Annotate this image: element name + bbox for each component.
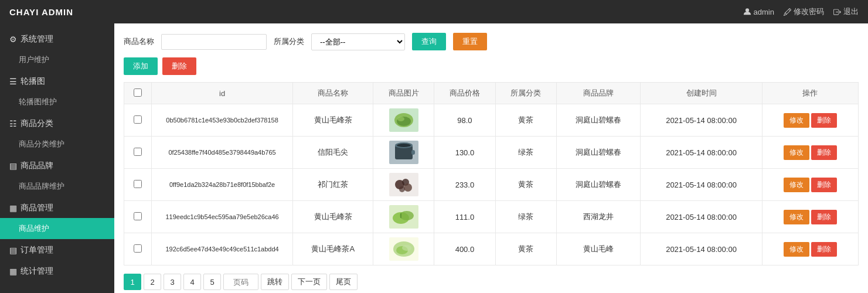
row-brand: 洞庭山碧螺春	[556, 104, 640, 137]
order-icon: ▤	[9, 246, 17, 255]
row-checkbox[interactable]	[134, 180, 142, 188]
row-image	[373, 137, 434, 169]
row-image	[373, 169, 434, 201]
row-brand: 西湖龙井	[556, 201, 640, 233]
add-button[interactable]: 添加	[124, 57, 158, 75]
sidebar-group-carousel[interactable]: ☰ 轮播图	[0, 70, 114, 91]
row-created: 2021-05-14 08:00:00	[641, 137, 763, 169]
page-3-button[interactable]: 3	[164, 274, 181, 290]
row-checkbox[interactable]	[134, 244, 142, 253]
sidebar-group-stats[interactable]: ▦ 统计管理	[0, 260, 114, 281]
product-name-label: 商品名称	[124, 36, 154, 47]
reset-button[interactable]: 重置	[453, 33, 487, 50]
delete-row-button[interactable]: 删除	[811, 178, 837, 192]
delete-row-button[interactable]: 删除	[811, 113, 837, 128]
row-category: 黄茶	[495, 104, 556, 137]
row-actions: 修改 删除	[762, 137, 858, 169]
next-page-button[interactable]: 下一页	[291, 274, 327, 290]
select-all-checkbox[interactable]	[134, 88, 142, 97]
logout-link[interactable]: 退出	[833, 6, 859, 17]
page-number-input[interactable]	[223, 274, 258, 290]
table-row: 0f25438ffe7f40d485e3798449a4b765 信阳毛尖 13…	[124, 137, 859, 169]
row-category: 黄茶	[495, 169, 556, 201]
edit-button[interactable]: 修改	[784, 242, 809, 257]
row-name: 黄山毛峰茶	[293, 201, 373, 233]
row-actions: 修改 删除	[762, 233, 858, 265]
edit-button[interactable]: 修改	[784, 210, 809, 224]
gear-icon: ⚙	[9, 35, 17, 44]
action-bar: 添加 删除	[124, 57, 859, 75]
row-checkbox-cell	[124, 137, 152, 169]
change-password-link[interactable]: 修改密码	[784, 6, 824, 17]
col-created: 创建时间	[641, 83, 763, 104]
tag-icon: ☷	[9, 119, 17, 128]
query-button[interactable]: 查询	[412, 33, 446, 50]
row-id: 0ff9e1da2b324a28b71e8f0f15bbaf2e	[151, 169, 293, 201]
page-5-button[interactable]: 5	[203, 274, 221, 290]
sidebar-item-category[interactable]: 商品分类维护	[0, 134, 114, 155]
product-name-input[interactable]	[161, 34, 267, 50]
delete-row-button[interactable]: 删除	[811, 145, 837, 160]
col-price: 商品价格	[434, 83, 495, 104]
row-name: 黄山毛峰茶	[293, 104, 373, 137]
row-actions: 修改 删除	[762, 169, 858, 201]
row-checkbox-cell	[124, 104, 152, 137]
row-price: 98.0	[434, 104, 495, 137]
sidebar-item-user[interactable]: 用户维护	[0, 49, 114, 70]
last-page-button[interactable]: 尾页	[329, 274, 358, 290]
category-select[interactable]: --全部--	[311, 33, 405, 50]
sidebar-group-brand[interactable]: ▤ 商品品牌	[0, 155, 114, 176]
row-checkbox-cell	[124, 169, 152, 201]
row-checkbox[interactable]	[134, 148, 142, 156]
image-icon: ☰	[9, 77, 17, 86]
sidebar-group-goods[interactable]: ▦ 商品管理	[0, 197, 114, 218]
col-brand: 商品品牌	[556, 83, 640, 104]
svg-point-8	[397, 144, 411, 147]
row-id: 0f25438ffe7f40d485e3798449a4b765	[151, 137, 293, 169]
row-price: 130.0	[434, 137, 495, 169]
row-category: 绿茶	[495, 201, 556, 233]
row-image	[373, 233, 434, 265]
edit-button[interactable]: 修改	[784, 178, 809, 192]
category-label: 所属分类	[274, 36, 304, 47]
row-created: 2021-05-14 08:00:00	[641, 201, 763, 233]
sidebar-group-category[interactable]: ☷ 商品分类	[0, 113, 114, 134]
edit-button[interactable]: 修改	[784, 113, 809, 128]
row-checkbox[interactable]	[134, 212, 142, 220]
delete-row-button[interactable]: 删除	[811, 210, 837, 224]
row-name: 黄山毛峰茶A	[293, 233, 373, 265]
svg-point-14	[399, 186, 405, 192]
row-price: 233.0	[434, 169, 495, 201]
table-header-row: id 商品名称 商品图片 商品价格 所属分类 商品品牌 创建时间 操作	[124, 83, 859, 104]
sidebar-item-brand[interactable]: 商品品牌维护	[0, 176, 114, 197]
header-right: admin 修改密码 退出	[743, 6, 859, 17]
row-id: 192c6d5ee47d43e49c49ce511c1abdd4	[151, 233, 293, 265]
sidebar-item-carousel[interactable]: 轮播图维护	[0, 91, 114, 113]
batch-delete-button[interactable]: 删除	[162, 57, 196, 75]
delete-row-button[interactable]: 删除	[811, 242, 837, 257]
edit-button[interactable]: 修改	[784, 145, 809, 160]
row-price: 400.0	[434, 233, 495, 265]
jump-button[interactable]: 跳转	[261, 274, 289, 290]
col-name: 商品名称	[293, 83, 373, 104]
sidebar-group-order[interactable]: ▤ 订单管理	[0, 239, 114, 260]
row-created: 2021-05-14 08:00:00	[641, 169, 763, 201]
sidebar-item-goods[interactable]: 商品维护	[0, 218, 114, 239]
row-image	[373, 201, 434, 233]
logout-icon	[833, 8, 841, 16]
col-id: id	[151, 83, 293, 104]
row-checkbox-cell	[124, 201, 152, 233]
row-category: 黄茶	[495, 233, 556, 265]
svg-point-4	[397, 117, 404, 121]
row-name: 祁门红茶	[293, 169, 373, 201]
svg-rect-9	[411, 150, 415, 155]
svg-point-22	[402, 245, 411, 251]
sidebar-group-system[interactable]: ⚙ 系统管理	[0, 28, 114, 49]
row-brand: 洞庭山碧螺春	[556, 137, 640, 169]
page-2-button[interactable]: 2	[144, 274, 161, 290]
edit-icon	[784, 8, 791, 16]
page-1-button[interactable]: 1	[124, 274, 141, 290]
pagination: 1 2 3 4 5 跳转 下一页 尾页	[124, 274, 859, 290]
page-4-button[interactable]: 4	[183, 274, 201, 290]
row-checkbox[interactable]	[134, 115, 142, 124]
